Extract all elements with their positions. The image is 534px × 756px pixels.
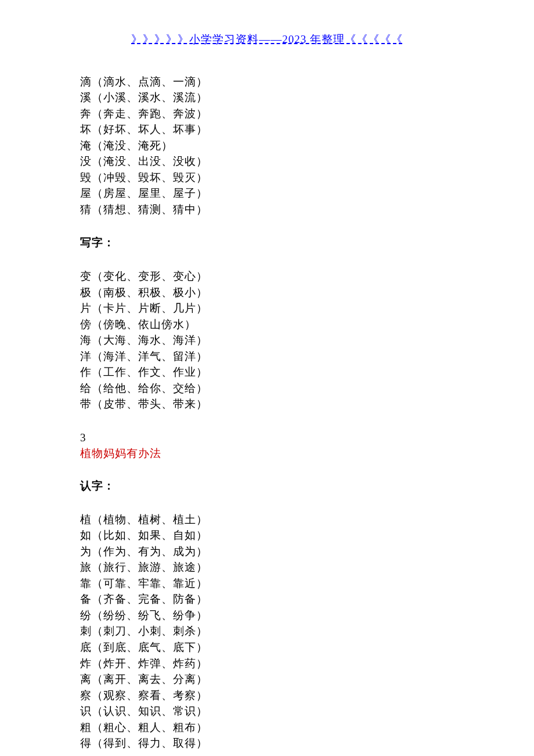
vocab-block-2: 变（变化、变形、变心） 极（南极、积极、极小） 片（卡片、片断、几片） 傍（傍晚… [80,268,454,412]
vocab-entry: 傍（傍晚、依山傍水） [80,316,454,333]
vocab-entry: 没（淹没、出没、没收） [80,153,454,170]
vocab-entry: 植（植物、植树、植土） [80,512,454,528]
vocab-entry: 变（变化、变形、变心） [80,268,454,285]
vocab-entry: 得（得到、得力、取得） [80,735,454,751]
vocab-block-1: 滴（滴水、点滴、一滴） 溪（小溪、溪水、溪流） 奔（奔走、奔跑、奔波） 坏（好坏… [80,74,454,218]
vocab-entry: 备（齐备、完备、防备） [80,591,454,607]
lesson-title: 植物妈妈有办法 [80,445,454,462]
section-heading-recognize: 认字： [80,478,454,494]
vocab-entry: 奔（奔走、奔跑、奔波） [80,106,454,122]
vocab-entry: 察（观察、察看、考察） [80,687,454,704]
vocab-entry: 刺（刺刀、小刺、刺杀） [80,623,454,639]
vocab-entry: 屋（房屋、屋里、屋子） [80,185,454,201]
vocab-entry: 洋（海洋、洋气、留洋） [80,348,454,365]
vocab-entry: 猜（猜想、猜测、猜中） [80,201,454,218]
page-header: 》》》》》小学学习资料——2023 年整理《《《《《 [80,31,454,48]
vocab-entry: 旅（旅行、旅游、旅途） [80,559,454,575]
vocab-entry: 海（大海、海水、海洋） [80,332,454,348]
vocab-entry: 给（给他、给你、交给） [80,380,454,397]
vocab-entry: 炸（炸开、炸弹、炸药） [80,656,454,672]
vocab-entry: 淹（淹没、淹死） [80,138,454,154]
vocab-entry: 坏（好坏、坏人、坏事） [80,121,454,138]
vocab-entry: 毁（冲毁、毁坏、毁灭） [80,170,454,186]
vocab-entry: 识（认识、知识、常识） [80,703,454,719]
vocab-entry: 滴（滴水、点滴、一滴） [80,74,454,90]
lesson-number: 3 [80,430,454,446]
vocab-entry: 溪（小溪、溪水、溪流） [80,89,454,106]
vocab-entry: 底（到底、底气、底下） [80,639,454,656]
vocab-entry: 带（皮带、带头、带来） [80,396,454,412]
vocab-entry: 片（卡片、片断、几片） [80,300,454,316]
vocab-entry: 作（工作、作文、作业） [80,364,454,380]
vocab-entry: 为（作为、有为、成为） [80,543,454,560]
vocab-block-3: 植（植物、植树、植土） 如（比如、如果、自如） 为（作为、有为、成为） 旅（旅行… [80,512,454,751]
vocab-entry: 纷（纷纷、纷飞、纷争） [80,607,454,624]
vocab-entry: 极（南极、积极、极小） [80,285,454,301]
vocab-entry: 靠（可靠、牢靠、靠近） [80,575,454,592]
section-heading-write-1: 写字： [80,235,454,251]
vocab-entry: 离（离开、离去、分离） [80,671,454,687]
vocab-entry: 如（比如、如果、自如） [80,527,454,543]
vocab-entry: 粗（粗心、粗人、粗布） [80,719,454,736]
